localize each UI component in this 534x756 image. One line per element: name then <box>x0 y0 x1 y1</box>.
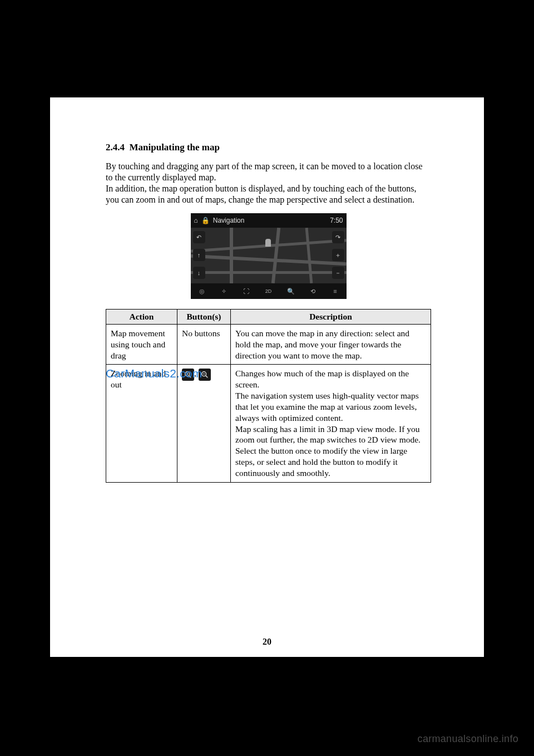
lock-icon: 🔒 <box>201 217 210 224</box>
cell-buttons: , <box>177 365 231 482</box>
map-area[interactable]: ↶ ↑ ↓ ↷ ＋ － <box>191 228 347 283</box>
map-header: ⌂ 🔒 Navigation 7:50 <box>191 213 347 228</box>
page-number: 20 <box>50 637 484 647</box>
section-title-text: Manipulating the map <box>130 142 220 153</box>
map-pin-icon <box>265 239 271 247</box>
cell-action: Zooming in and out <box>106 365 177 482</box>
header-action: Action <box>106 310 177 325</box>
toolbar-add-icon[interactable]: ✧ <box>219 288 229 295</box>
table-row: Map movement using touch and drag No but… <box>106 325 431 365</box>
cell-action: Map movement using touch and drag <box>106 325 177 365</box>
home-icon: ⌂ <box>194 217 198 224</box>
toolbar-target-icon[interactable]: ◎ <box>197 288 207 295</box>
map-tilt-down-icon[interactable]: ↓ <box>193 267 205 279</box>
intro-paragraph: By touching and dragging any part of the… <box>106 161 431 205</box>
toolbar-menu-icon[interactable]: ≡ <box>330 288 340 294</box>
section-number: 2.4.4 <box>106 142 125 153</box>
zoom-in-icon[interactable]: ＋ <box>332 249 344 261</box>
svg-line-1 <box>189 376 191 378</box>
map-rotate-icon[interactable]: ↷ <box>332 231 344 243</box>
header-buttons: Button(s) <box>177 310 231 325</box>
actions-table: Action Button(s) Description Map movemen… <box>106 309 431 483</box>
cell-buttons: No buttons <box>177 325 231 365</box>
zoom-out-icon[interactable]: － <box>332 267 344 279</box>
header-description: Description <box>231 310 431 325</box>
map-tilt-up-icon[interactable]: ↑ <box>193 249 205 261</box>
cell-description: You can move the map in any direction: s… <box>231 325 431 365</box>
zoom-in-button-icon <box>182 369 194 381</box>
toolbar-search-icon[interactable]: 🔍 <box>286 288 296 295</box>
map-screenshot: ⌂ 🔒 Navigation 7:50 ↶ ↑ ↓ ↷ ＋ － ◎ ✧ ⛶ 2D <box>191 213 347 299</box>
section-heading: 2.4.4 Manipulating the map <box>106 142 431 153</box>
document-page: 2.4.4 Manipulating the map By touching a… <box>50 97 484 657</box>
toolbar-2d-icon[interactable]: 2D <box>264 288 274 294</box>
toolbar-expand-icon[interactable]: ⛶ <box>241 288 251 294</box>
icon-separator: , <box>194 369 199 378</box>
svg-line-5 <box>206 376 208 378</box>
toolbar-refresh-icon[interactable]: ⟲ <box>308 288 318 295</box>
map-title: Navigation <box>213 217 245 224</box>
map-left-1-icon[interactable]: ↶ <box>193 231 205 243</box>
table-row: Zooming in and out , Changes how much of… <box>106 365 431 482</box>
zoom-out-button-icon <box>199 369 211 381</box>
map-clock: 7:50 <box>330 217 343 224</box>
cell-description: Changes how much of the map is displayed… <box>231 365 431 482</box>
map-toolbar: ◎ ✧ ⛶ 2D 🔍 ⟲ ≡ <box>191 283 347 299</box>
footer-brand: carmanualsonline.info <box>418 733 518 745</box>
table-header-row: Action Button(s) Description <box>106 310 431 325</box>
